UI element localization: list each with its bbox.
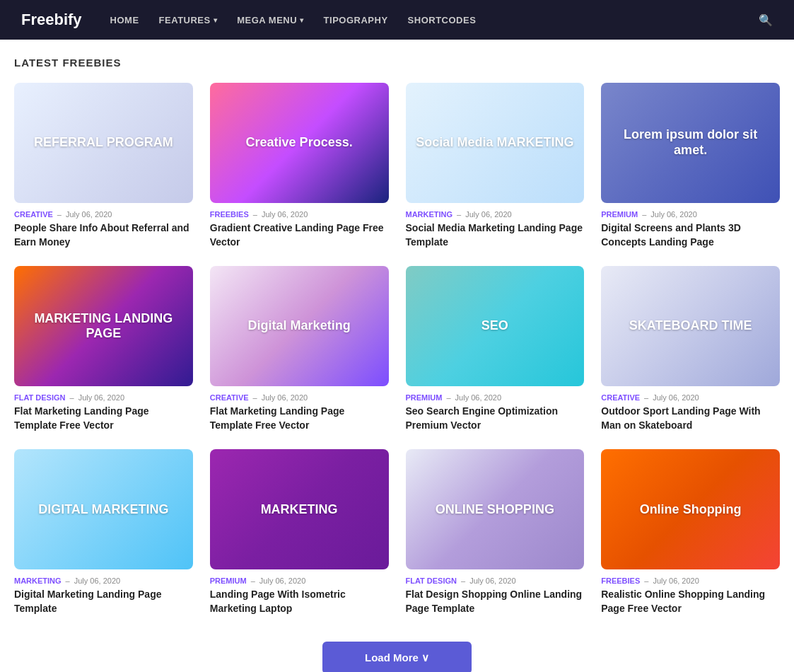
thumb-inner: ONLINE SHOPPING [406, 449, 585, 569]
card-thumbnail: Lorem ipsum dolor sit amet. [601, 83, 780, 203]
nav-item-typography[interactable]: TIPOGRAPHY [324, 15, 388, 25]
card-thumbnail: Social Media MARKETING [406, 83, 585, 203]
thumb-overlay-text: DIGITAL MARKETING [38, 502, 168, 518]
card-item[interactable]: Lorem ipsum dolor sit amet. PREMIUM – Ju… [601, 83, 780, 249]
nav-label-features: FEATURES [159, 15, 211, 25]
card-date: July 06, 2020 [259, 577, 305, 585]
thumb-inner: MARKETING [210, 449, 389, 569]
card-thumbnail: Creative Process. [210, 83, 389, 203]
card-meta: FLAT DESIGN – July 06, 2020 [14, 393, 193, 402]
card-meta: PREMIUM – July 06, 2020 [210, 577, 389, 585]
card-separator: – [66, 577, 70, 585]
card-item[interactable]: MARKETING PREMIUM – July 06, 2020 Landin… [210, 449, 389, 615]
thumb-inner: Creative Process. [210, 83, 389, 203]
card-meta: PREMIUM – July 06, 2020 [601, 210, 780, 219]
card-meta: MARKETING – July 06, 2020 [406, 210, 585, 219]
nav-item-megamenu[interactable]: MEGA MENU ▾ [237, 15, 303, 25]
thumb-overlay-text: ONLINE SHOPPING [436, 502, 554, 518]
search-icon[interactable]: 🔍 [759, 13, 773, 27]
thumb-inner: REFERRAL PROGRAM [14, 83, 193, 203]
card-item[interactable]: SKATEBOARD TIME CREATIVE – July 06, 2020… [601, 266, 780, 432]
nav-item-features[interactable]: FEATURES ▾ [159, 15, 218, 25]
brand-logo[interactable]: Freebify [21, 11, 82, 29]
nav-label-typography: TIPOGRAPHY [324, 15, 388, 25]
card-title: Digital Screens and Plants 3D Concepts L… [601, 221, 780, 249]
card-title: Gradient Creative Landing Page Free Vect… [210, 221, 389, 249]
card-item[interactable]: SEO PREMIUM – July 06, 2020 Seo Search E… [406, 266, 585, 432]
card-date: July 06, 2020 [66, 210, 112, 219]
navbar: Freebify HOME FEATURES ▾ MEGA MENU ▾ TIP… [0, 0, 794, 40]
card-category: CREATIVE [601, 393, 640, 402]
nav-label-shortcodes: SHORTCODES [408, 15, 477, 25]
card-category: MARKETING [406, 210, 453, 219]
card-title: Seo Search Engine Optimization Premium V… [406, 405, 585, 432]
load-more-wrapper: Load More ∨ [14, 642, 780, 672]
thumb-inner: SEO [406, 266, 585, 386]
card-meta: CREATIVE – July 06, 2020 [210, 393, 389, 402]
card-title: Flat Marketing Landing Page Template Fre… [210, 405, 389, 432]
card-separator: – [57, 210, 62, 219]
nav-item-home[interactable]: HOME [110, 15, 139, 25]
nav-label-home: HOME [110, 15, 139, 25]
card-item[interactable]: REFERRAL PROGRAM CREATIVE – July 06, 202… [14, 83, 193, 249]
nav-item-shortcodes[interactable]: SHORTCODES [408, 15, 477, 25]
thumb-overlay-text: Social Media MARKETING [416, 135, 573, 151]
thumb-inner: Online Shopping [601, 449, 780, 569]
card-thumbnail: DIGITAL MARKETING [14, 449, 193, 569]
card-date: July 06, 2020 [465, 210, 511, 219]
card-meta: FREEBIES – July 06, 2020 [601, 577, 780, 585]
card-separator: – [253, 210, 257, 219]
card-thumbnail: MARKETING [210, 449, 389, 569]
card-title: Outdoor Sport Landing Page With Man on S… [601, 405, 780, 432]
thumb-inner: Lorem ipsum dolor sit amet. [601, 83, 780, 203]
cards-grid: REFERRAL PROGRAM CREATIVE – July 06, 202… [14, 83, 780, 616]
card-title: Flat Marketing Landing Page Template Fre… [14, 405, 193, 432]
card-category: FREEBIES [601, 577, 640, 585]
thumb-overlay-text: Creative Process. [246, 135, 353, 151]
thumb-overlay-text: REFERRAL PROGRAM [34, 135, 173, 151]
card-date: July 06, 2020 [469, 577, 515, 585]
card-item[interactable]: Social Media MARKETING MARKETING – July … [406, 83, 585, 249]
card-category: PREMIUM [406, 393, 443, 402]
card-category: MARKETING [14, 577, 62, 585]
section-title: LATEST FREEBIES [14, 57, 780, 69]
card-title: Landing Page With Isometric Marketing La… [210, 588, 389, 615]
card-title: Flat Design Shopping Online Landing Page… [406, 588, 585, 615]
card-meta: MARKETING – July 06, 2020 [14, 577, 193, 585]
card-thumbnail: SEO [406, 266, 585, 386]
thumb-inner: SKATEBOARD TIME [601, 266, 780, 386]
card-meta: PREMIUM – July 06, 2020 [406, 393, 585, 402]
card-separator: – [642, 210, 646, 219]
thumb-inner: Social Media MARKETING [406, 83, 585, 203]
card-date: July 06, 2020 [78, 393, 124, 402]
card-item[interactable]: DIGITAL MARKETING MARKETING – July 06, 2… [14, 449, 193, 615]
card-meta: FREEBIES – July 06, 2020 [210, 210, 389, 219]
load-more-button[interactable]: Load More ∨ [322, 642, 472, 672]
card-item[interactable]: ONLINE SHOPPING FLAT DESIGN – July 06, 2… [406, 449, 585, 615]
card-meta: CREATIVE – July 06, 2020 [14, 210, 193, 219]
card-item[interactable]: MARKETING LANDING PAGE FLAT DESIGN – Jul… [14, 266, 193, 432]
thumb-overlay-text: MARKETING LANDING PAGE [20, 311, 187, 342]
card-item[interactable]: Creative Process. FREEBIES – July 06, 20… [210, 83, 389, 249]
thumb-overlay-text: Digital Marketing [248, 318, 351, 334]
card-separator: – [70, 393, 74, 402]
card-title: Social Media Marketing Landing Page Temp… [406, 221, 585, 249]
card-thumbnail: ONLINE SHOPPING [406, 449, 585, 569]
card-thumbnail: Online Shopping [601, 449, 780, 569]
card-item[interactable]: Online Shopping FREEBIES – July 06, 2020… [601, 449, 780, 615]
card-date: July 06, 2020 [653, 393, 699, 402]
card-meta: FLAT DESIGN – July 06, 2020 [406, 577, 585, 585]
card-category: FLAT DESIGN [14, 393, 66, 402]
thumb-inner: MARKETING LANDING PAGE [14, 266, 193, 386]
chevron-down-icon: ▾ [300, 16, 304, 24]
card-separator: – [644, 393, 648, 402]
card-item[interactable]: Digital Marketing CREATIVE – July 06, 20… [210, 266, 389, 432]
card-title: Digital Marketing Landing Page Template [14, 588, 193, 615]
card-date: July 06, 2020 [262, 393, 308, 402]
card-date: July 06, 2020 [653, 577, 699, 585]
card-date: July 06, 2020 [650, 210, 696, 219]
main-content: LATEST FREEBIES REFERRAL PROGRAM CREATIV… [0, 40, 794, 672]
card-category: CREATIVE [210, 393, 249, 402]
nav-label-megamenu: MEGA MENU [237, 15, 297, 25]
card-date: July 06, 2020 [74, 577, 120, 585]
